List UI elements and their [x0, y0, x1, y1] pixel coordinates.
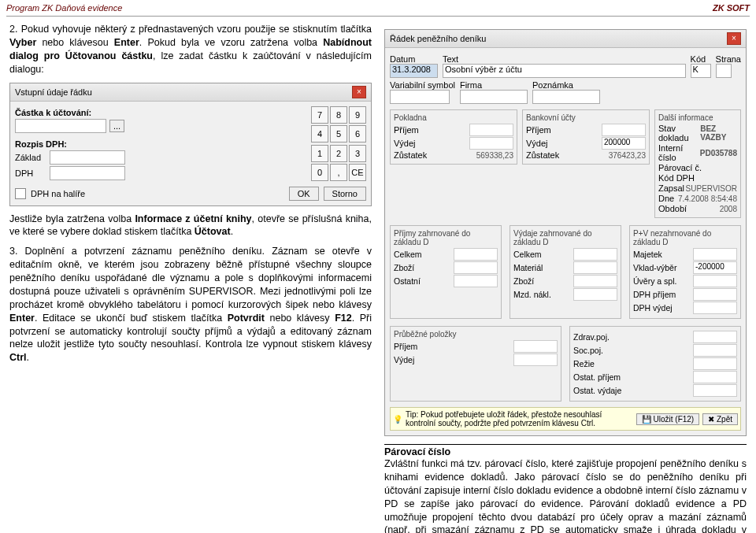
num-5[interactable]: 5: [330, 125, 347, 143]
num-2[interactable]: 2: [330, 145, 347, 162]
num-8[interactable]: 8: [330, 106, 347, 124]
num-1[interactable]: 1: [311, 145, 328, 162]
label-castka: Částka k účtování:: [15, 108, 91, 117]
close-icon[interactable]: ×: [352, 86, 366, 98]
input-castka[interactable]: [15, 119, 106, 133]
section-parovaci: Párovací číslo Zvláštní funkci má tzv. p…: [384, 444, 747, 533]
val-zustatek1: 569338,23: [476, 151, 513, 160]
tip-text: Tip: Pokud potřebujete uložit řádek, pře…: [406, 410, 633, 428]
lightbulb-icon: 💡: [393, 415, 402, 424]
fld-bu-prijem[interactable]: [602, 124, 646, 136]
num-7[interactable]: 7: [311, 106, 328, 124]
ok-button[interactable]: OK: [289, 187, 319, 201]
close-icon[interactable]: ×: [727, 32, 741, 45]
num-9[interactable]: 9: [349, 106, 366, 124]
input-poznamka[interactable]: [532, 90, 600, 104]
num-4[interactable]: 4: [311, 125, 328, 143]
input-zaklad[interactable]: [50, 150, 125, 165]
ulozit-button[interactable]: 💾 Uložit (F12): [636, 413, 699, 425]
label-rozpis: Rozpis DPH:: [15, 139, 67, 149]
storno-button[interactable]: Storno: [324, 187, 366, 201]
input-vs[interactable]: [390, 90, 450, 104]
input-strana[interactable]: [716, 64, 732, 78]
num-ce[interactable]: CE: [349, 164, 366, 181]
label-dph: DPH: [15, 168, 46, 178]
dialog-title: Vstupní údaje řádku: [15, 87, 92, 97]
num-3[interactable]: 3: [349, 145, 366, 162]
numpad: 7 8 9 4 5 6 1 2 3 0 , CE: [311, 106, 366, 182]
fld-pok-prijem[interactable]: [469, 124, 513, 136]
input-datum[interactable]: 31.3.2008: [390, 64, 438, 78]
zpet-button[interactable]: ✖ Zpět: [702, 413, 738, 425]
input-kod[interactable]: K: [691, 64, 711, 78]
input-text[interactable]: Osobní výběr z účtu: [443, 64, 686, 78]
fld-pok-vydej[interactable]: [469, 137, 513, 150]
fld-bu-vydej[interactable]: 200000: [602, 137, 646, 150]
num-6[interactable]: 6: [349, 125, 366, 143]
dialog2-title: Řádek peněžního deníku: [390, 34, 486, 43]
input-dph[interactable]: [50, 166, 125, 180]
para-2: Jestliže byla zatržena volba Informace z…: [9, 213, 372, 239]
num-comma[interactable]: ,: [330, 164, 347, 181]
input-firma[interactable]: [460, 90, 528, 104]
para-1: 2. Pokud vyhovuje některý z přednastaven…: [9, 23, 372, 76]
ellipsis-button[interactable]: ...: [109, 120, 124, 132]
header-left: Program ZK Daňová evidence: [6, 3, 122, 13]
checkbox-dph-halire[interactable]: [15, 188, 26, 199]
num-0[interactable]: 0: [311, 164, 328, 181]
para-3: 3. Doplnění a potvrzení záznamu peněžníh…: [9, 245, 372, 365]
header-right: ZK SOFT: [713, 3, 750, 13]
label-zaklad: Základ: [15, 153, 46, 162]
dialog-radek-deniku: Řádek peněžního deníku× Datum31.3.2008 T…: [384, 29, 747, 436]
dialog-vstupni-udaje: Vstupní údaje řádku× Částka k účtování: …: [9, 83, 372, 206]
val-zustatek2: 376423,23: [609, 151, 646, 160]
